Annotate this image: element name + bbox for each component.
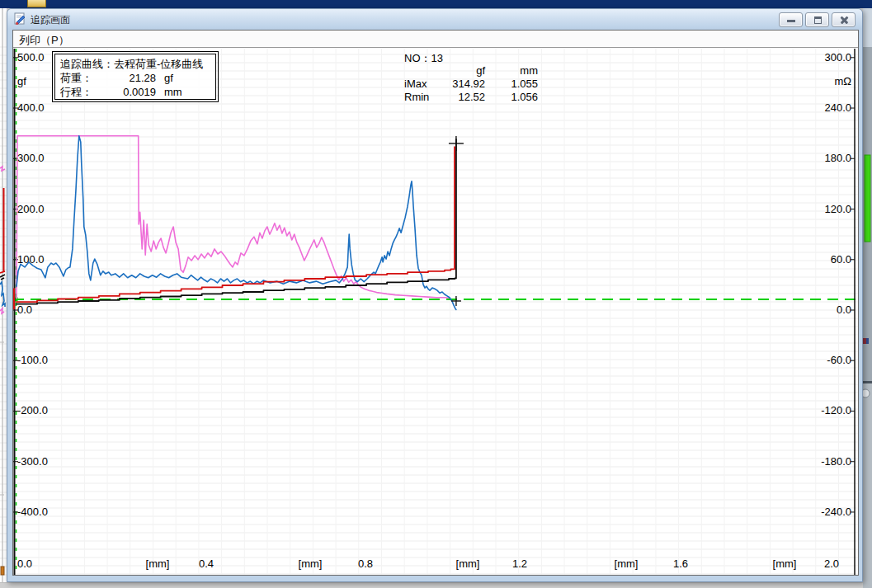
stroke-value: 0.0019	[108, 86, 156, 98]
menubar: 列印（P）	[13, 31, 858, 48]
rmin-label: Rmin	[393, 91, 431, 104]
stroke-unit: mm	[164, 86, 182, 98]
readout-col-mm: mm	[485, 64, 538, 78]
background-left-strip	[0, 8, 7, 588]
imax-gf: 314.92	[431, 78, 485, 91]
measurement-readout: NO：13 gf mm iMax 314.92 1.055 Rmin 12.52…	[393, 51, 549, 104]
background-bottom-strip	[0, 582, 863, 588]
chart-area[interactable]: 追踪曲线：去程荷重-位移曲线 荷重：21.28gf 行程：0.0019mm NO…	[13, 49, 858, 575]
readout-col-gf: gf	[431, 64, 485, 78]
window-controls	[779, 12, 856, 27]
minimize-icon	[787, 20, 795, 22]
trace-window: 追踪画面 列印（P） 追踪曲线：去程荷重-位移曲线 荷重：21.28gf 行程：…	[7, 8, 863, 582]
imax-mm: 1.055	[485, 78, 538, 91]
window-title: 追踪画面	[31, 13, 70, 27]
maximize-icon	[814, 16, 822, 24]
rmin-gf: 12.52	[431, 91, 485, 104]
minimize-button[interactable]	[779, 12, 803, 27]
load-label: 荷重：	[60, 71, 108, 86]
menu-item-print[interactable]: 列印（P）	[13, 31, 75, 48]
background-top-strip	[0, 0, 872, 8]
curve-type-label: 追踪曲线：	[60, 57, 114, 72]
stroke-label: 行程：	[60, 85, 108, 100]
client-area: 列印（P） 追踪曲线：去程荷重-位移曲线 荷重：21.28gf 行程：0.001…	[12, 30, 859, 576]
background-right-strip	[863, 8, 872, 588]
load-value: 21.28	[108, 72, 156, 84]
trace-info-box: 追踪曲线：去程荷重-位移曲线 荷重：21.28gf 行程：0.0019mm	[54, 54, 216, 100]
sample-number: NO：13	[404, 51, 549, 64]
app-icon	[13, 12, 26, 26]
titlebar[interactable]: 追踪画面	[7, 9, 862, 30]
green-progress-bar	[865, 155, 870, 242]
curve-type-value: 去程荷重-位移曲线	[114, 58, 203, 70]
load-unit: gf	[164, 72, 173, 84]
imax-label: iMax	[393, 78, 431, 91]
trace-plot	[13, 49, 858, 575]
close-icon	[839, 15, 850, 26]
background-right-art	[863, 8, 872, 588]
maximize-button[interactable]	[805, 12, 829, 27]
background-curve-fragments	[0, 8, 7, 588]
rmin-mm: 1.056	[485, 91, 538, 104]
close-button[interactable]	[832, 12, 856, 27]
background-window-icon	[27, 0, 46, 7]
